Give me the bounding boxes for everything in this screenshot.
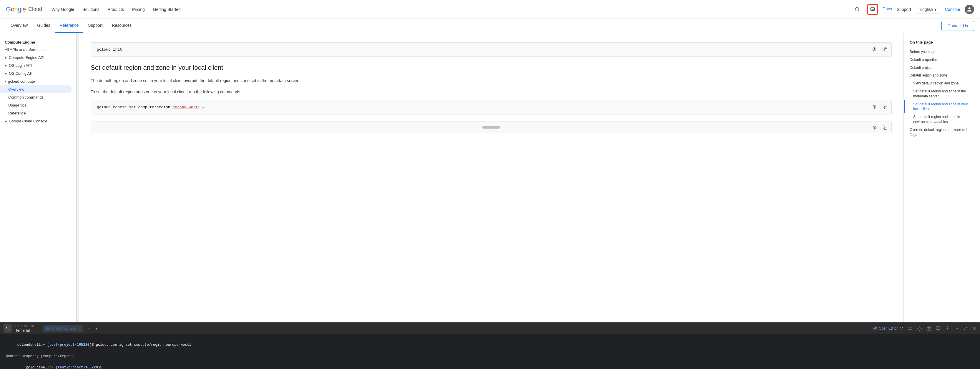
body-para-2: To set the default region and zone in yo… [91,89,892,95]
chevron-right-icon: ▶ [5,56,7,59]
code-prefix: gcloud config set compute/region [97,105,172,110]
nav-solutions[interactable]: Solutions [83,7,99,12]
toc-item-before-you-begin[interactable]: Before you begin [904,48,980,56]
chevron-right-icon: ▶ [5,64,7,67]
dark-mode-button-3[interactable] [870,124,878,132]
sidebar-item-google-cloud-console[interactable]: ▶ Google Cloud Console [0,117,76,125]
sidebar-label: Google Cloud Console [9,119,48,123]
toc-item-set-local-client[interactable]: Set default region and zone in your loca… [904,100,980,113]
sidebar-item-os-config-api[interactable]: ▶ OS Config API [0,70,76,77]
svg-rect-7 [885,127,887,130]
console-link[interactable]: Console [945,7,960,12]
nav-why-google[interactable]: Why Google [51,7,74,12]
edit-icon[interactable]: ✏ [202,105,205,110]
tab-support[interactable]: Support [83,19,107,33]
cloud-logo: Cloud [28,6,42,12]
dark-mode-button[interactable] [870,45,878,53]
docs-link[interactable]: Docs [883,6,892,12]
sub-nav-tabs: Overview Guides Reference Support Resour… [6,19,136,33]
tab-overview[interactable]: Overview [6,19,32,33]
main-content: gcloud init Set default region and zone … [79,33,904,322]
nav-right: Docs Support English ▾ Console [852,4,974,15]
svg-point-0 [855,7,859,11]
sidebar-section-title: Compute Engine [0,38,76,46]
sidebar-item-all-apis[interactable]: All APIs and references [0,46,76,54]
language-chevron-icon: ▾ [934,7,937,12]
sidebar-label: Reference [8,111,26,115]
chevron-right-icon: ▶ [5,72,7,75]
nav-links: Why Google Solutions Products Pricing Ge… [51,7,852,12]
section-heading: Set default region and zone in your loca… [91,64,892,72]
code-text: gcloud init [97,48,122,52]
sub-nav: Overview Guides Reference Support Resour… [0,19,980,33]
code-block-actions-3 [870,124,889,132]
support-link[interactable]: Support [897,7,911,12]
sidebar: Compute Engine All APIs and references ▶… [0,33,76,322]
contact-us-button[interactable]: Contact Us [942,21,974,31]
search-button[interactable] [852,4,862,15]
toc-title: On this page [904,40,980,48]
tab-reference[interactable]: Reference [55,19,84,33]
code-block-more [91,121,892,133]
code-block-region: gcloud config set compute/region europe-… [91,100,892,115]
toc-item-default-region-zone[interactable]: Default region and zone [904,72,980,80]
sidebar-label: Usage tips [8,103,26,107]
toc-panel: On this page Before you begin Default pr… [904,33,980,322]
sidebar-item-common-commands[interactable]: Common commands [0,93,76,101]
sidebar-item-overview[interactable]: Overview [0,85,72,93]
svg-rect-2 [870,8,874,10]
scroll-indicator [482,126,500,129]
svg-line-1 [858,10,859,11]
nav-products[interactable]: Products [108,7,124,12]
sidebar-label: OS Login API [9,63,32,68]
sidebar-label: All APIs and references [5,48,45,52]
sidebar-item-usage-tips[interactable]: Usage tips [0,101,76,109]
region-value-link[interactable]: europe-west1 [172,105,200,110]
top-nav: Google Cloud Why Google Solutions Produc… [0,0,980,19]
svg-rect-6 [885,106,887,109]
toc-item-default-properties[interactable]: Default properties [904,56,980,64]
main-layout: Compute Engine All APIs and references ▶… [0,33,980,322]
code-block-actions [870,45,889,53]
toc-item-default-project[interactable]: Default project [904,64,980,72]
dark-mode-button-2[interactable] [870,103,878,111]
logo-area[interactable]: Google Cloud [6,6,42,13]
code-block-actions-2 [870,103,889,111]
language-label: English [920,7,933,12]
nav-getting-started[interactable]: Getting Started [153,7,181,12]
language-select[interactable]: English ▾ [916,5,940,14]
sidebar-label: Common commands [8,95,43,99]
sidebar-label: gcloud compute [8,79,35,84]
cloud-shell-toggle-button[interactable] [867,4,878,15]
sidebar-label: Overview [8,87,24,92]
sidebar-item-gcloud-compute[interactable]: ▾ gcloud compute [0,77,76,85]
sidebar-item-os-login-api[interactable]: ▶ OS Login API [0,62,76,70]
sidebar-label: OS Config API [9,71,33,76]
sidebar-label: Compute Engine API [9,55,45,60]
copy-button-2[interactable] [881,103,889,111]
copy-button[interactable] [881,45,889,53]
user-avatar[interactable] [965,5,974,14]
chevron-right-icon: ▶ [5,119,7,123]
svg-rect-5 [885,49,887,51]
nav-pricing[interactable]: Pricing [132,7,145,12]
body-para-1: The default region and zone set in your … [91,77,892,84]
tab-guides[interactable]: Guides [32,19,55,33]
sidebar-item-reference[interactable]: Reference [0,109,76,117]
chevron-down-icon: ▾ [5,80,6,83]
toc-item-set-metadata-server[interactable]: Set default region and zone in the metad… [904,87,980,100]
google-logo: Google [6,6,26,13]
copy-button-3[interactable] [881,124,889,132]
sidebar-item-compute-engine-api[interactable]: ▶ Compute Engine API [0,54,76,62]
code-block-gcloud-init: gcloud init [91,42,892,57]
toc-item-set-env-variables[interactable]: Set default region and zone in environme… [904,113,980,126]
toc-item-view-default[interactable]: View default region and zone [904,80,980,87]
toc-item-override-flags[interactable]: Override default region and zone with fl… [904,126,980,139]
sidebar-divider [76,33,79,322]
tab-resources[interactable]: Resources [107,19,136,33]
